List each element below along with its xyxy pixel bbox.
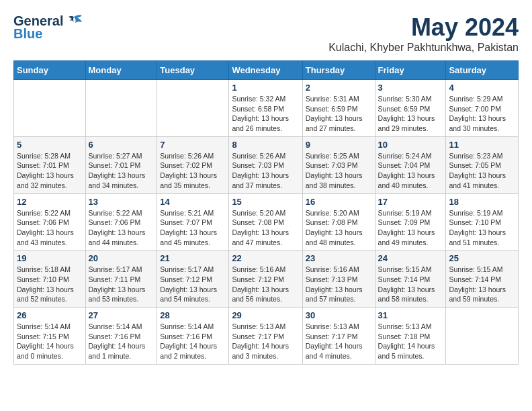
calendar-cell: 31Sunrise: 5:13 AM Sunset: 7:18 PM Dayli… <box>375 308 446 365</box>
day-number: 28 <box>160 310 226 320</box>
day-number: 12 <box>17 197 83 207</box>
day-info: Sunrise: 5:17 AM Sunset: 7:11 PM Dayligh… <box>89 265 154 304</box>
calendar-cell: 30Sunrise: 5:13 AM Sunset: 7:17 PM Dayli… <box>302 308 375 365</box>
calendar-cell: 12Sunrise: 5:22 AM Sunset: 7:06 PM Dayli… <box>14 193 86 250</box>
day-number: 29 <box>232 310 299 320</box>
calendar-cell: 29Sunrise: 5:13 AM Sunset: 7:17 PM Dayli… <box>229 308 302 365</box>
calendar-week-4: 19Sunrise: 5:18 AM Sunset: 7:10 PM Dayli… <box>14 250 519 308</box>
calendar-cell: 21Sunrise: 5:17 AM Sunset: 7:12 PM Dayli… <box>157 250 229 308</box>
day-info: Sunrise: 5:13 AM Sunset: 7:18 PM Dayligh… <box>378 322 443 361</box>
day-info: Sunrise: 5:26 AM Sunset: 7:03 PM Dayligh… <box>232 151 299 191</box>
calendar-cell: 15Sunrise: 5:20 AM Sunset: 7:08 PM Dayli… <box>229 193 302 250</box>
day-number: 22 <box>232 253 299 263</box>
day-number: 20 <box>89 253 154 263</box>
day-number: 15 <box>232 197 299 207</box>
day-number: 24 <box>378 253 443 263</box>
day-info: Sunrise: 5:13 AM Sunset: 7:17 PM Dayligh… <box>306 322 372 361</box>
day-info: Sunrise: 5:15 AM Sunset: 7:14 PM Dayligh… <box>378 265 443 304</box>
calendar-header-row: SundayMondayTuesdayWednesdayThursdayFrid… <box>14 61 519 80</box>
calendar-week-3: 12Sunrise: 5:22 AM Sunset: 7:06 PM Dayli… <box>14 193 519 250</box>
day-number: 18 <box>449 197 515 207</box>
calendar-cell: 8Sunrise: 5:26 AM Sunset: 7:03 PM Daylig… <box>229 136 302 193</box>
day-info: Sunrise: 5:30 AM Sunset: 6:59 PM Dayligh… <box>378 94 443 134</box>
day-info: Sunrise: 5:14 AM Sunset: 7:16 PM Dayligh… <box>89 322 154 361</box>
day-info: Sunrise: 5:13 AM Sunset: 7:17 PM Dayligh… <box>232 322 299 361</box>
day-number: 1 <box>232 83 299 93</box>
day-info: Sunrise: 5:28 AM Sunset: 7:01 PM Dayligh… <box>17 151 83 191</box>
day-number: 6 <box>89 140 154 150</box>
calendar-cell: 16Sunrise: 5:20 AM Sunset: 7:08 PM Dayli… <box>302 193 375 250</box>
day-number: 21 <box>160 253 226 263</box>
day-number: 17 <box>378 197 443 207</box>
day-info: Sunrise: 5:23 AM Sunset: 7:05 PM Dayligh… <box>449 151 515 191</box>
day-info: Sunrise: 5:22 AM Sunset: 7:06 PM Dayligh… <box>17 208 83 248</box>
col-header-monday: Monday <box>85 61 157 80</box>
day-info: Sunrise: 5:26 AM Sunset: 7:02 PM Dayligh… <box>160 151 226 191</box>
day-number: 10 <box>378 140 443 150</box>
calendar-cell: 13Sunrise: 5:22 AM Sunset: 7:06 PM Dayli… <box>85 193 157 250</box>
title-section: May 2024 Kulachi, Khyber Pakhtunkhwa, Pa… <box>328 13 519 54</box>
day-number: 5 <box>17 140 83 150</box>
calendar-cell: 26Sunrise: 5:14 AM Sunset: 7:15 PM Dayli… <box>14 308 86 365</box>
calendar-cell <box>446 308 519 365</box>
calendar-cell: 27Sunrise: 5:14 AM Sunset: 7:16 PM Dayli… <box>85 308 157 365</box>
day-number: 25 <box>449 253 515 263</box>
calendar-cell: 22Sunrise: 5:16 AM Sunset: 7:12 PM Dayli… <box>229 250 302 308</box>
day-info: Sunrise: 5:16 AM Sunset: 7:12 PM Dayligh… <box>232 265 299 304</box>
day-info: Sunrise: 5:32 AM Sunset: 6:58 PM Dayligh… <box>232 94 299 134</box>
day-info: Sunrise: 5:25 AM Sunset: 7:03 PM Dayligh… <box>306 151 372 191</box>
calendar-cell: 5Sunrise: 5:28 AM Sunset: 7:01 PM Daylig… <box>14 136 86 193</box>
day-number: 16 <box>306 197 372 207</box>
calendar-cell: 9Sunrise: 5:25 AM Sunset: 7:03 PM Daylig… <box>302 136 375 193</box>
day-info: Sunrise: 5:14 AM Sunset: 7:16 PM Dayligh… <box>160 322 226 361</box>
day-info: Sunrise: 5:19 AM Sunset: 7:10 PM Dayligh… <box>449 208 515 248</box>
calendar-cell <box>85 80 157 137</box>
calendar-cell: 23Sunrise: 5:16 AM Sunset: 7:13 PM Dayli… <box>302 250 375 308</box>
col-header-thursday: Thursday <box>302 61 375 80</box>
day-info: Sunrise: 5:15 AM Sunset: 7:14 PM Dayligh… <box>449 265 515 304</box>
day-number: 19 <box>17 253 83 263</box>
logo: General Blue <box>13 13 83 42</box>
day-number: 31 <box>378 310 443 320</box>
calendar-cell: 18Sunrise: 5:19 AM Sunset: 7:10 PM Dayli… <box>446 193 519 250</box>
day-number: 27 <box>89 310 154 320</box>
day-number: 26 <box>17 310 83 320</box>
calendar-cell <box>157 80 229 137</box>
col-header-sunday: Sunday <box>14 61 86 80</box>
day-info: Sunrise: 5:17 AM Sunset: 7:12 PM Dayligh… <box>160 265 226 304</box>
page-header: General Blue May 2024 Kulachi, Khyber Pa… <box>13 13 519 54</box>
day-info: Sunrise: 5:21 AM Sunset: 7:07 PM Dayligh… <box>160 208 226 248</box>
calendar-cell: 3Sunrise: 5:30 AM Sunset: 6:59 PM Daylig… <box>375 80 446 137</box>
logo-bird-icon <box>64 14 83 29</box>
day-info: Sunrise: 5:27 AM Sunset: 7:01 PM Dayligh… <box>89 151 154 191</box>
day-number: 7 <box>160 140 226 150</box>
calendar-cell: 2Sunrise: 5:31 AM Sunset: 6:59 PM Daylig… <box>302 80 375 137</box>
calendar-table: SundayMondayTuesdayWednesdayThursdayFrid… <box>13 60 519 365</box>
day-number: 8 <box>232 140 299 150</box>
day-info: Sunrise: 5:16 AM Sunset: 7:13 PM Dayligh… <box>306 265 372 304</box>
day-info: Sunrise: 5:18 AM Sunset: 7:10 PM Dayligh… <box>17 265 83 304</box>
month-title: May 2024 <box>328 13 519 42</box>
logo-blue: Blue <box>13 26 42 42</box>
location-title: Kulachi, Khyber Pakhtunkhwa, Pakistan <box>328 42 519 54</box>
calendar-cell: 24Sunrise: 5:15 AM Sunset: 7:14 PM Dayli… <box>375 250 446 308</box>
calendar-cell: 11Sunrise: 5:23 AM Sunset: 7:05 PM Dayli… <box>446 136 519 193</box>
day-info: Sunrise: 5:29 AM Sunset: 7:00 PM Dayligh… <box>449 94 515 134</box>
calendar-cell: 1Sunrise: 5:32 AM Sunset: 6:58 PM Daylig… <box>229 80 302 137</box>
col-header-saturday: Saturday <box>446 61 519 80</box>
calendar-cell: 14Sunrise: 5:21 AM Sunset: 7:07 PM Dayli… <box>157 193 229 250</box>
calendar-week-2: 5Sunrise: 5:28 AM Sunset: 7:01 PM Daylig… <box>14 136 519 193</box>
calendar-cell: 10Sunrise: 5:24 AM Sunset: 7:04 PM Dayli… <box>375 136 446 193</box>
calendar-week-1: 1Sunrise: 5:32 AM Sunset: 6:58 PM Daylig… <box>14 80 519 137</box>
day-number: 2 <box>306 83 372 93</box>
day-info: Sunrise: 5:14 AM Sunset: 7:15 PM Dayligh… <box>17 322 83 361</box>
day-info: Sunrise: 5:24 AM Sunset: 7:04 PM Dayligh… <box>378 151 443 191</box>
col-header-tuesday: Tuesday <box>157 61 229 80</box>
calendar-cell: 4Sunrise: 5:29 AM Sunset: 7:00 PM Daylig… <box>446 80 519 137</box>
calendar-cell <box>14 80 86 137</box>
day-number: 9 <box>306 140 372 150</box>
day-number: 3 <box>378 83 443 93</box>
calendar-week-5: 26Sunrise: 5:14 AM Sunset: 7:15 PM Dayli… <box>14 308 519 365</box>
col-header-wednesday: Wednesday <box>229 61 302 80</box>
calendar-cell: 19Sunrise: 5:18 AM Sunset: 7:10 PM Dayli… <box>14 250 86 308</box>
